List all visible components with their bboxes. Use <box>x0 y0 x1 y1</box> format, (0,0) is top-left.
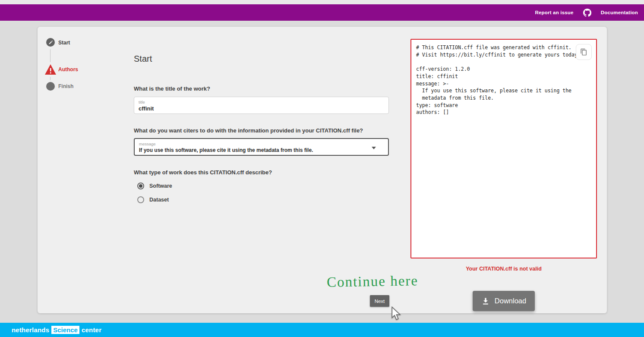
title-input[interactable]: title cffinit <box>134 97 389 114</box>
radio-selected-icon <box>137 183 144 189</box>
radio-label: Dataset <box>149 197 169 203</box>
footer-brand-highlight: Science <box>51 326 79 334</box>
citation-preview-panel: # This CITATION.cff file was generated w… <box>410 39 597 258</box>
radio-unselected-icon <box>137 196 144 203</box>
step-finish-icon[interactable] <box>46 82 55 91</box>
sidebar-step-finish[interactable]: Finish <box>58 83 73 89</box>
github-link[interactable] <box>583 9 591 17</box>
message-select[interactable]: message If you use this software, please… <box>134 138 389 156</box>
next-button[interactable]: Next <box>370 295 389 307</box>
documentation-link[interactable]: Documentation <box>601 10 638 15</box>
title-field-label: title <box>139 100 384 104</box>
github-icon <box>583 9 591 17</box>
sidebar-step-authors[interactable]: Authors <box>58 66 78 72</box>
top-strip <box>0 0 644 4</box>
title-field-value: cffinit <box>139 105 384 112</box>
title-question-label: What is the title of the work? <box>134 85 210 92</box>
chevron-down-icon <box>372 147 376 149</box>
continue-here-annotation: Continue here <box>301 272 444 291</box>
page-title: Start <box>134 54 152 64</box>
warning-triangle-icon[interactable] <box>45 64 56 75</box>
validation-error-message: Your CITATION.cff is not valid <box>410 266 597 272</box>
report-issue-link[interactable]: Report an issue <box>535 10 573 15</box>
copy-button[interactable] <box>576 44 592 60</box>
type-question-label: What type of work does this CITATION.cff… <box>134 169 272 176</box>
sidebar-step-start[interactable]: Start <box>58 40 70 46</box>
copy-icon <box>580 48 587 56</box>
radio-option-software[interactable]: Software <box>137 183 172 189</box>
download-button-label: Download <box>495 297 526 305</box>
footer-brand-prefix: netherlands <box>12 326 49 334</box>
download-button[interactable]: Download <box>473 291 535 311</box>
step-connector <box>50 49 51 62</box>
edit-pencil-icon <box>48 40 53 45</box>
radio-label: Software <box>149 183 172 189</box>
footer-brand-suffix: center <box>82 326 101 334</box>
step-start-icon[interactable] <box>46 38 55 47</box>
footer-bar: netherlands Science center <box>0 323 644 337</box>
download-icon <box>481 297 490 306</box>
message-field-label: message <box>139 142 384 146</box>
radio-option-dataset[interactable]: Dataset <box>137 196 169 203</box>
step-connector <box>50 77 51 80</box>
message-question-label: What do you want citers to do with the i… <box>134 127 363 134</box>
citation-code: # This CITATION.cff file was generated w… <box>416 44 581 116</box>
top-navigation-bar: Report an issue Documentation <box>0 4 644 21</box>
message-field-value: If you use this software, please cite it… <box>139 147 384 153</box>
